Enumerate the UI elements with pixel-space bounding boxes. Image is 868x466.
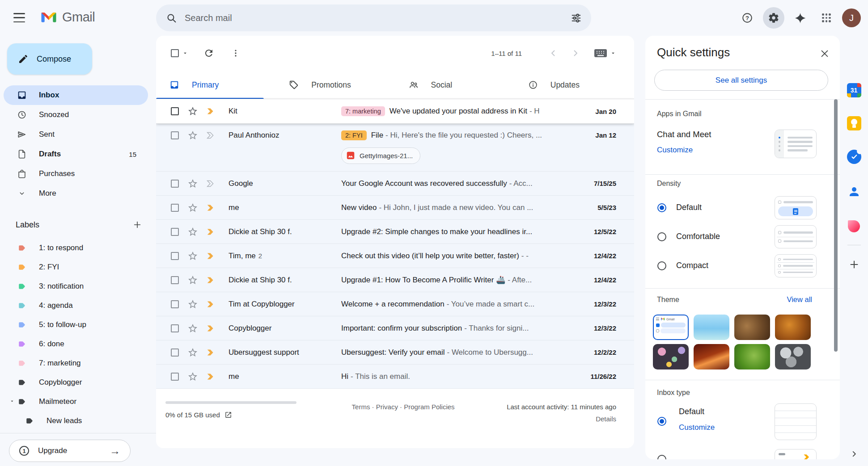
older-page-icon[interactable] [570, 48, 581, 59]
row-checkbox[interactable] [171, 348, 179, 357]
google-apps-grid-icon[interactable] [816, 7, 837, 29]
contacts-icon[interactable] [844, 182, 864, 202]
row-checkbox[interactable] [171, 300, 179, 308]
sidebar-label-item[interactable]: 2: FYI [4, 257, 148, 277]
radio-density-default[interactable] [657, 203, 666, 212]
see-all-settings-button[interactable]: See all settings [654, 70, 828, 91]
importance-marker-icon[interactable] [205, 275, 216, 285]
importance-marker-icon[interactable] [205, 130, 216, 140]
theme-thumbnail-dark-spheres[interactable] [775, 344, 811, 369]
label-badge[interactable]: 7: marketing [341, 106, 385, 116]
theme-thumbnail-canyon[interactable] [694, 344, 729, 369]
close-icon[interactable] [816, 45, 834, 63]
theme-thumbnail-gmail-default[interactable]: Gmail [653, 315, 689, 340]
radio-density-compact[interactable] [657, 261, 666, 270]
collapse-panel-icon[interactable] [845, 445, 863, 463]
search-icon[interactable] [161, 7, 182, 29]
importance-marker-icon[interactable] [205, 179, 216, 189]
row-checkbox[interactable] [171, 107, 179, 115]
expand-triangle-icon[interactable] [9, 399, 15, 404]
label-badge[interactable]: 2: FYI [341, 130, 367, 140]
sidebar-label-item[interactable]: Copyblogger [4, 373, 148, 392]
star-icon[interactable] [187, 275, 198, 285]
radio-inbox-important-first[interactable] [657, 455, 666, 459]
avatar[interactable]: J [842, 8, 861, 27]
email-row[interactable]: Dickie at Ship 30 f. Upgrade #2: Simple … [156, 220, 634, 244]
importance-marker-icon[interactable] [205, 372, 216, 382]
radio-density-comfortable[interactable] [657, 232, 666, 241]
importance-marker-icon[interactable] [205, 227, 216, 237]
importance-marker-icon[interactable] [205, 348, 216, 357]
email-row[interactable]: Google Your Google Account was recovered… [156, 172, 634, 196]
select-dropdown-icon[interactable] [182, 50, 188, 56]
compose-button[interactable]: Compose [7, 43, 92, 75]
refresh-icon[interactable] [203, 47, 215, 59]
density-option-label[interactable]: Compact [676, 261, 708, 270]
inbox-default-label[interactable]: Default [679, 407, 704, 416]
sidebar-label-item[interactable]: 3: notification [4, 277, 148, 296]
importance-marker-icon[interactable] [205, 299, 216, 309]
star-icon[interactable] [187, 178, 198, 189]
importance-marker-icon[interactable] [205, 323, 216, 333]
star-icon[interactable] [187, 227, 198, 237]
email-row[interactable]: Tim at Copyblogger Welcome + a recommend… [156, 292, 634, 316]
email-row[interactable]: me New video- Hi John, I just made a new… [156, 196, 634, 220]
tab-primary[interactable]: Primary [156, 71, 275, 99]
email-row[interactable]: Paul Anthonioz 2: FYI File - Hi, Here's … [156, 123, 634, 172]
row-checkbox[interactable] [171, 276, 179, 284]
panel-scrollbar[interactable] [834, 99, 838, 352]
star-icon[interactable] [187, 371, 198, 382]
settings-gear-icon[interactable] [763, 7, 784, 29]
open-in-new-icon[interactable] [224, 411, 232, 419]
importance-marker-icon[interactable] [205, 251, 216, 261]
row-checkbox[interactable] [171, 204, 179, 212]
theme-thumbnail-bokeh-lights[interactable] [653, 344, 689, 369]
row-checkbox[interactable] [171, 373, 179, 381]
input-method-icon[interactable] [594, 49, 616, 57]
sidebar-item-inbox[interactable]: Inbox [4, 85, 148, 105]
importance-marker-icon[interactable] [205, 106, 216, 116]
gmail-logo[interactable]: Gmail [39, 10, 95, 25]
row-checkbox[interactable] [171, 228, 179, 236]
row-checkbox[interactable] [171, 180, 179, 188]
upgrade-button[interactable]: 1 Upgrade → [9, 440, 131, 462]
tab-promotions[interactable]: Promotions [275, 71, 395, 99]
search-input[interactable] [182, 13, 565, 23]
customize-inbox-link[interactable]: Customize [679, 423, 715, 432]
customize-chat-link[interactable]: Customize [657, 146, 693, 155]
sidebar-label-item[interactable]: 1: to respond [4, 238, 148, 257]
row-checkbox[interactable] [171, 131, 179, 139]
theme-thumbnail-green-plant[interactable] [734, 344, 770, 369]
gemini-sparkle-icon[interactable] [789, 7, 811, 29]
attachment-chip[interactable]: GettyImages-21... [341, 147, 420, 164]
email-row[interactable]: Dickie at Ship 30 f. Upgrade #1: How To … [156, 268, 634, 292]
theme-thumbnail-beach[interactable] [694, 315, 729, 340]
sidebar-item-snoozed[interactable]: Snoozed [4, 105, 148, 125]
star-icon[interactable] [187, 299, 198, 310]
sidebar-label-item[interactable]: 7: marketing [4, 353, 148, 373]
sidebar-item-drafts[interactable]: Drafts 15 [4, 144, 148, 164]
row-checkbox[interactable] [171, 252, 179, 260]
star-icon[interactable] [187, 202, 198, 213]
star-icon[interactable] [187, 323, 198, 334]
mailmeteor-icon[interactable] [844, 216, 864, 236]
newer-page-icon[interactable] [548, 48, 559, 59]
sidebar-label-item-nested[interactable]: New leads [4, 411, 148, 430]
importance-marker-icon[interactable] [205, 203, 216, 213]
sidebar-label-item[interactable]: 4: agenda [4, 296, 148, 315]
radio-inbox-default[interactable] [657, 417, 666, 426]
email-row[interactable]: Tim, me2 Check out this video (it’ll hel… [156, 244, 634, 268]
email-row[interactable]: Kit 7: marketing We've updated your post… [156, 99, 634, 123]
tab-social[interactable]: Social [395, 71, 515, 99]
email-row[interactable]: me Hi- This is an email. 11/26/22 [156, 365, 634, 389]
sidebar-label-item-expandable[interactable]: Mailmeteor [4, 392, 148, 411]
sidebar-label-item[interactable]: 5: to follow-up [4, 315, 148, 334]
details-link[interactable]: Details [596, 415, 616, 423]
theme-thumbnail-chess[interactable] [734, 315, 770, 340]
density-option-label[interactable]: Default [676, 203, 702, 212]
star-icon[interactable] [187, 106, 198, 117]
sidebar-item-sent[interactable]: Sent [4, 125, 148, 144]
tasks-icon[interactable] [844, 147, 864, 167]
theme-thumbnail-autumn-leaves[interactable] [775, 315, 811, 340]
hamburger-menu-button[interactable] [13, 13, 25, 22]
